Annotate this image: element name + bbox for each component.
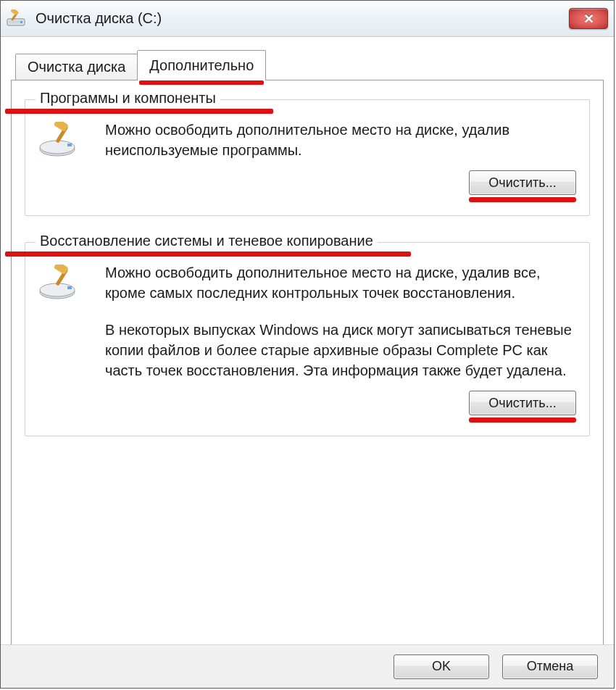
svg-point-6 xyxy=(40,141,75,154)
svg-point-11 xyxy=(40,283,75,296)
disk-cleanup-icon xyxy=(7,9,28,28)
client-area: Очистка диска Дополнительно Программы и … xyxy=(1,37,614,649)
svg-rect-4 xyxy=(10,9,19,15)
highlight-cleanup-restore-button xyxy=(469,417,576,423)
tab-strip: Очистка диска Дополнительно xyxy=(15,50,604,80)
group-programs-title: Программы и компоненты xyxy=(36,90,220,107)
dialog-window: Очистка диска (C:) ✕ Очистка диска Допол… xyxy=(0,0,615,689)
highlight-group-restore xyxy=(5,252,411,257)
tab-additional[interactable]: Дополнительно xyxy=(137,50,266,80)
group-restore-text: Можно освободить дополнительное место на… xyxy=(105,263,576,381)
group-restore: Восстановление системы и теневое копиров… xyxy=(25,242,590,436)
cancel-button[interactable]: Отмена xyxy=(502,654,598,679)
group-restore-title: Восстановление системы и теневое копиров… xyxy=(36,233,378,249)
close-icon: ✕ xyxy=(583,12,594,25)
svg-rect-2 xyxy=(20,21,22,23)
disk-broom-icon xyxy=(38,122,83,158)
group-restore-text-2: В некоторых выпусках Windows на диск мог… xyxy=(105,320,576,381)
ok-button[interactable]: OK xyxy=(394,654,489,679)
tab-panel-additional: Программы и компоненты Можно освободить … xyxy=(11,80,604,649)
highlight-group-programs xyxy=(5,109,273,114)
svg-rect-12 xyxy=(67,286,72,289)
close-button[interactable]: ✕ xyxy=(569,8,608,29)
highlight-tab xyxy=(139,80,264,85)
dialog-button-bar: OK Отмена xyxy=(1,644,614,688)
disk-broom-icon xyxy=(38,265,83,301)
cleanup-programs-button[interactable]: Очистить... xyxy=(469,170,576,195)
cleanup-restore-button[interactable]: Очистить... xyxy=(469,391,576,415)
group-programs-text: Можно освободить дополнительное место на… xyxy=(105,120,576,160)
group-programs: Программы и компоненты Можно освободить … xyxy=(25,99,590,216)
highlight-cleanup-programs-button xyxy=(469,197,576,202)
tab-cleanup[interactable]: Очистка диска xyxy=(15,54,138,80)
svg-rect-7 xyxy=(67,144,72,146)
titlebar: Очистка диска (C:) ✕ xyxy=(1,1,614,37)
group-restore-text-1: Можно освободить дополнительное место на… xyxy=(105,263,576,303)
window-title: Очистка диска (C:) xyxy=(36,10,569,27)
tab-additional-label: Дополнительно xyxy=(149,57,254,73)
